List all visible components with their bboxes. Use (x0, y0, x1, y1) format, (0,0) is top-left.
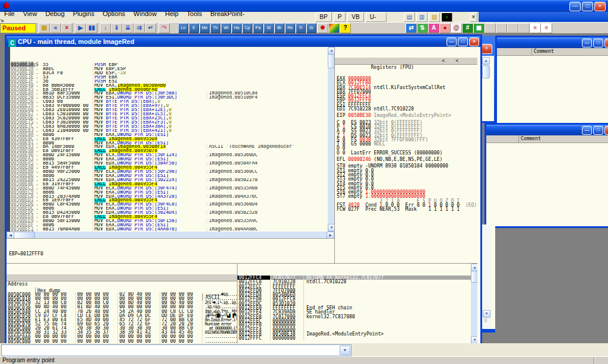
menu-item-tools[interactable]: Tools (183, 10, 207, 18)
disasm-row[interactable]: 0050BE59.C683 97000000 00MOV BYTE PTR DS… (7, 104, 334, 108)
disasm-row[interactable]: 0050BED1.E8 1E97F8FFCALL ImageRed.004955… (7, 198, 334, 202)
list2-icon[interactable]: ≡ (541, 23, 552, 33)
close-button[interactable]: × (594, 2, 606, 11)
column-header[interactable]: Comment (486, 135, 608, 143)
scroll-down-icon[interactable]: ▼ (471, 336, 477, 343)
close-button[interactable]: × (604, 126, 608, 135)
disasm-row[interactable]: 0050BE7C.C683 8A030000 00MOV BYTE PTR DS… (7, 125, 334, 129)
disasm-row[interactable]: 0050BE39.8BECMOV EBP,ESP (7, 67, 334, 71)
hex-dump-pane[interactable]: Address Hex dump ASCII 0050C00000 00 00 … (7, 263, 237, 343)
disasm-row[interactable]: 0050BE60.C683 2E010000 00MOV BYTE PTR DS… (7, 108, 334, 112)
folder-icon[interactable]: ▨ (429, 12, 440, 22)
open-file-icon[interactable]: ▨ (39, 23, 50, 33)
animate-into-icon[interactable]: ⇊ (122, 23, 134, 33)
disasm-row[interactable]: 0050BE93.BA 14BF5000MOV EDX,ImageRed.005… (7, 145, 334, 149)
maximize-button[interactable]: □ (582, 2, 593, 11)
panel-button-wi[interactable]: Wi (221, 23, 231, 33)
disasm-hscrollbar[interactable]: ◀ ▶ (7, 232, 334, 238)
disasm-row[interactable]: 0050BE8C.E8 4397F8FFCALL ImageRed.004955… (7, 137, 334, 141)
animate-over-icon[interactable]: ⇉ (134, 23, 145, 33)
disasm-row[interactable]: 0050BE98.E8 DB91F8FFCALL ImageRed.004950… (7, 149, 334, 153)
panel-button-th[interactable]: Th (210, 23, 220, 33)
stack-vscrollbar[interactable]: ▲ ▼ (471, 264, 477, 343)
options-gear-icon[interactable]: ✹ (317, 23, 328, 33)
scroll-up-icon[interactable]: ▲ (482, 57, 490, 65)
empty-button[interactable] (496, 23, 507, 33)
panel-button-re[interactable]: Re (285, 23, 295, 33)
minimize-button[interactable]: — (569, 2, 581, 11)
disasm-row[interactable]: 0050BEE9.8B0D 58F15000MOV ECX,DWORD PTR … (7, 219, 334, 223)
disasm-row[interactable]: 0050BE56.C603 00MOV BYTE PTR DS:[EBX],0 (7, 100, 334, 104)
list-icon[interactable]: ≡ (530, 23, 541, 33)
panel-button-st[interactable]: St (264, 23, 274, 33)
register-line[interactable]: EIP 0050BE38 ImageRed.<ModuleEntryPoint> (335, 113, 477, 118)
grid-window-icon[interactable]: ▦ (473, 23, 484, 33)
disasm-row[interactable]: 0050BEB8.8B15 24225000MOV EDX,DWORD PTR … (7, 178, 334, 182)
disasm-row[interactable]: 0050BE45.E8 56B1EFFFCALL ImageRed.00406F… (7, 88, 334, 92)
disasm-row[interactable]: 0050BEF1.8B15 70A84A00MOV EDX,DWORD PTR … (7, 227, 334, 232)
chevron-down-icon[interactable]: ▼ (340, 346, 350, 355)
disasm-row[interactable]: 0050BED6.8B0D C8F45000MOV ECX,DWORD PTR … (7, 202, 334, 207)
disasm-row[interactable]: 0050BE6E.C683 5C020000 00MOV BYTE PTR DS… (7, 116, 334, 121)
empty-button[interactable] (484, 23, 496, 33)
disasm-row[interactable]: 0050BEC3.8B0D 74F45000MOV ECX,DWORD PTR … (7, 186, 334, 191)
maximize-button[interactable]: □ (593, 126, 603, 135)
cpu-window-titlebar[interactable]: CCPU - main thread, module ImageRed — □ … (7, 36, 480, 47)
restart-icon[interactable]: « (50, 23, 61, 33)
menu-item-view[interactable]: View (19, 10, 42, 18)
notes-icon[interactable]: ▥ (416, 12, 428, 22)
scroll-down-icon[interactable]: ▼ (483, 310, 490, 318)
scrollbar-thumb[interactable] (482, 65, 490, 78)
panel-button-br[interactable]: Br (274, 23, 284, 33)
disasm-row[interactable]: 0050BECB.8B15 20374A00MOV EDX,DWORD PTR … (7, 195, 334, 199)
register-line[interactable]: EFL 00000246 (NO,NB,E,BE,NS,PE,GE,LE) (335, 157, 477, 162)
disasm-row[interactable]: 0050BE75.C683 F3020000 00MOV BYTE PTR DS… (7, 121, 334, 125)
record-dot-icon[interactable]: ● (439, 23, 451, 33)
disasm-row[interactable]: 0050BEDE.8B15 D4245000MOV EDX,DWORD PTR … (7, 211, 334, 215)
disasm-row[interactable]: 0050BEC9.8B06MOV EAX,DWORD PTR DS:[ESI] (7, 191, 334, 195)
disasm-row[interactable]: 0050BEEF.8B06MOV EAX,DWORD PTR DS:[ESI] (7, 223, 334, 227)
hidden-window-close-button[interactable]: × (481, 44, 492, 54)
disasm-vscrollbar[interactable]: ▲ ▼ (328, 47, 334, 232)
comment-window-top-titlebar[interactable]: — □ × (497, 37, 608, 48)
binary-icon[interactable]: # (462, 23, 473, 33)
disasm-row[interactable]: 0050BE38$55PUSH EBP (7, 63, 334, 67)
appearance-icon[interactable] (328, 23, 340, 33)
maximize-button[interactable]: □ (593, 39, 603, 48)
resize-grip[interactable]: ⠿ (484, 319, 491, 327)
menu-item-plugins[interactable]: Plugins (69, 10, 99, 18)
help-icon[interactable]: ? (340, 23, 351, 33)
dump-row[interactable]: 0050C03000 8D 40 0001 8D 40 0000 00 00 0… (7, 305, 237, 309)
panel-button-sr[interactable]: Sr (306, 23, 316, 33)
run-icon[interactable]: ▶ (75, 23, 86, 33)
panel-button-ha[interactable]: Ha (232, 23, 242, 33)
menu-item-window[interactable]: Window (129, 10, 161, 18)
menu-button-bp[interactable]: BP (315, 12, 331, 22)
dump-row[interactable]: 0050C0A000 00 00 0000 00 00 0000 00 00 0… (7, 334, 237, 338)
stack-row[interactable]: 0012FFFC00000000 (238, 336, 477, 340)
scrollbar-thumb[interactable] (471, 271, 477, 283)
updown-icon[interactable]: ⇅ (417, 23, 428, 33)
disasm-row[interactable]: 0050BE40.B8 B0BA5000MOV EAX,ImageRed.005… (7, 84, 334, 88)
dump-row[interactable]: 0050C07052 75 6E 7469 6D 65 2065 72 72 6… (7, 322, 237, 326)
disasm-row[interactable]: 0050BEE4.E8 0B97F8FFCALL ImageRed.004955… (7, 215, 334, 219)
register-line[interactable]: FCW 027F Prec NEAR,53 Mask 1 1 1 1 1 1 (335, 207, 477, 211)
pause-icon[interactable]: ▮▮ (86, 23, 97, 33)
disasm-row[interactable]: 0050BE50.8B35 DCF35000MOV ESI,DWORD PTR … (7, 96, 334, 100)
panel-button-e[interactable]: E (189, 23, 199, 33)
command-combo[interactable]: ▼ (1, 344, 352, 356)
execute-till-return-icon[interactable]: ↵ (145, 23, 156, 33)
restore-button[interactable]: □ (458, 37, 468, 46)
panel-button-pa[interactable]: Pa (253, 23, 263, 33)
registers-pane[interactable]: Registers (FPU) << EAX 00000000ECX 0012F… (334, 47, 477, 263)
disasm-row[interactable]: 0050BE3B.83C4 F0ADD ESP,-10 (7, 71, 334, 75)
menu-item-options[interactable]: Options (99, 10, 129, 18)
minimize-button[interactable]: — (582, 126, 592, 135)
empty-button[interactable] (507, 23, 518, 33)
disasm-row[interactable]: 0050BE91.8B06MOV EAX,DWORD PTR DS:[ESI] (7, 141, 334, 145)
disassembly-pane[interactable]: 0050BE38$55PUSH EBP0050BE39.8BECMOV EBP,… (7, 47, 334, 232)
close-button[interactable]: × (469, 37, 479, 46)
menu-button-vb[interactable]: VB (347, 12, 363, 22)
disasm-row[interactable]: 0050BE9D.8B0D 24F15000MOV ECX,DWORD PTR … (7, 153, 334, 157)
step-over-icon[interactable]: ⇓ (111, 23, 122, 33)
